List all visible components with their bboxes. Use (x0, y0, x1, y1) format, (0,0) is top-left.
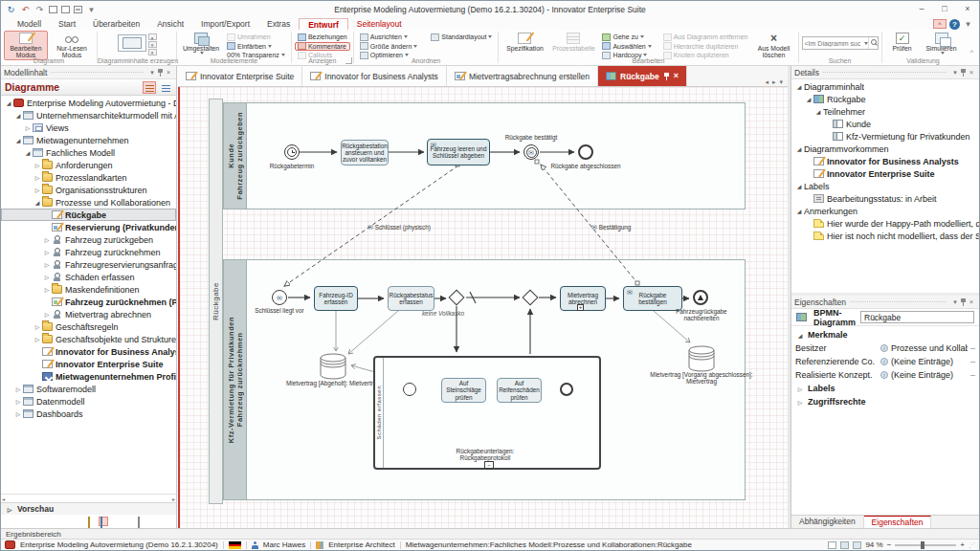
tree-item[interactable]: ▷Dashboards (1, 408, 176, 420)
sub-start-event[interactable] (403, 383, 416, 396)
zoom-in-icon[interactable]: + (960, 540, 965, 549)
task-steinschlaege[interactable]: Auf Steinschläge prüfen (441, 378, 486, 403)
collapse-icon[interactable]: ◢ (794, 183, 804, 189)
tree-item[interactable]: ▷Prozesslandkarten (1, 171, 176, 184)
task-rueckgabestatus[interactable]: Rückgabestatus erfassen (388, 286, 434, 311)
tree-item[interactable]: ▷Softwaremodell (1, 383, 176, 395)
expand-icon[interactable]: ▷ (42, 249, 52, 255)
ribbon-tab-ansicht[interactable]: Ansicht (148, 18, 192, 30)
redo-icon[interactable]: ↷ (34, 5, 45, 15)
task-reifenschaeden[interactable]: Auf Reifenschäden prüfen (497, 378, 542, 403)
tree-item[interactable]: ◢Unternehmensarchitekturmodell mit Archi… (1, 109, 176, 121)
user-browser-icon[interactable] (161, 517, 170, 526)
collapse-icon[interactable]: ◢ (804, 96, 813, 102)
ribbon-tab-start[interactable]: Start (50, 18, 84, 30)
ribbon-tab-extras[interactable]: Extras (258, 18, 299, 30)
tree-item[interactable]: ◢Rückgabe (791, 93, 979, 105)
expand-icon[interactable]: ▷ (33, 162, 42, 168)
tree-item[interactable]: ▷Fahrzeug zurücknehmen (1, 246, 176, 258)
tree-item[interactable]: ▷Schäden erfassen (1, 271, 176, 283)
zoom-out-icon[interactable]: − (887, 540, 892, 549)
spezifikation-button[interactable]: Spezifikation (501, 31, 547, 53)
tabs-scroll-right-icon[interactable]: ▸ (772, 78, 776, 86)
ribbon-minimize-icon[interactable]: ^ (970, 49, 979, 65)
language-flag-icon[interactable] (229, 541, 241, 549)
tree-item[interactable]: Bearbeitungsstatus: in Arbeit (791, 192, 979, 205)
collapse-icon[interactable]: ◢ (13, 112, 23, 119)
tree-item[interactable]: ▷Geschäftsregeln (1, 320, 176, 333)
expand-icon[interactable]: ▷ (42, 274, 52, 280)
doc-tab-rueckgabe[interactable]: Rückgabe × (598, 66, 687, 86)
more-button[interactable]: – (970, 370, 975, 380)
tree-item[interactable]: ▷Organisationsstrukturen (1, 184, 176, 196)
tree-item[interactable]: ▷Datenmodell (1, 395, 176, 408)
tree-item[interactable]: Innovator Enterprise Suite (791, 167, 979, 180)
resize-grip[interactable]: ⋰ (969, 541, 975, 549)
panel-close-icon[interactable]: × (967, 298, 976, 305)
tree-item[interactable]: Fahrzeug zurücknehmen (Prozesskostensich… (1, 296, 176, 308)
subprocess-plus-icon[interactable]: + (577, 304, 584, 311)
tree-item[interactable]: Kfz-Vermietung für Privatkunden (791, 130, 979, 143)
collapse-icon[interactable]: ◢ (794, 208, 804, 214)
pin-icon[interactable] (960, 68, 967, 77)
create-shape-button[interactable] (118, 34, 146, 52)
property-row[interactable]: Realisierte Konzept. i (Keine Einträge) … (791, 368, 979, 382)
pin-icon[interactable] (157, 68, 164, 77)
doc-tab-innovator-enterprise-suite[interactable]: Innovator Enterprise Suite (178, 66, 302, 86)
tree-item[interactable]: ▷Fahrzeugreservierungsanfrage (1, 258, 176, 271)
tree-item[interactable]: ◢Anmerkungen (791, 205, 979, 217)
tree-view-toggle-icon[interactable] (143, 81, 156, 94)
tab-pin-icon[interactable] (663, 72, 670, 80)
expand-icon[interactable]: ▷ (795, 386, 805, 392)
tree-item[interactable]: ◢Diagrammvorkommen (791, 143, 979, 155)
tabs-list-icon[interactable]: ▾ (779, 78, 783, 86)
scroll-right-icon[interactable]: ▸ (172, 496, 175, 502)
more-button[interactable]: – (970, 357, 975, 366)
tree-item[interactable]: ◢Diagramminhalt (791, 80, 979, 93)
property-row[interactable]: Besitzer i Prozesse und Kollaborationen … (791, 342, 979, 355)
elements-browser-icon[interactable] (111, 517, 121, 526)
end-event-rueckgabe-abgeschlossen[interactable] (578, 144, 593, 160)
hierarchie-duplizieren-button[interactable]: Hierarchie duplizieren (660, 42, 751, 52)
collapse-icon[interactable]: ◢ (23, 149, 33, 156)
aus-diagramm-entfernen-button[interactable]: Aus Diagramm entfernen (660, 33, 751, 42)
panel-menu-icon[interactable]: ▾ (147, 69, 157, 77)
diagrams-browser-icon[interactable] (99, 517, 108, 526)
expand-icon[interactable]: ▷ (33, 187, 42, 193)
prozesstabelle-button[interactable]: Prozesstabelle (549, 31, 597, 53)
panel-menu-icon[interactable]: ▾ (950, 69, 960, 77)
pin-icon[interactable] (960, 298, 967, 306)
maximize-button[interactable]: □ (933, 2, 956, 17)
copy-icon[interactable] (49, 6, 57, 13)
ribbon-tab-modell[interactable]: Modell (9, 18, 50, 30)
close-button[interactable]: × (956, 2, 979, 17)
search-icon[interactable] (868, 37, 878, 49)
tree-item[interactable]: ▷Mietvertrag abrechnen (1, 308, 176, 320)
diagram-canvas[interactable]: Rückgabe KundeFahrzeug zurückgeben Kfz-V… (178, 87, 788, 530)
task-fahrzeug-id[interactable]: Fahrzeug-ID erfassen (314, 286, 358, 311)
tab-eigenschaften[interactable]: Eigenschaften (864, 516, 932, 528)
dialog-launcher-icon[interactable] (345, 57, 352, 64)
task-mietvertrag-abrechnen[interactable]: Mietvertrag abrechnen + (560, 286, 606, 311)
expand-icon[interactable]: ▷ (33, 174, 42, 181)
start-event-timer[interactable] (284, 144, 300, 160)
collapse-icon[interactable]: ◢ (13, 137, 23, 143)
panel-menu-icon[interactable]: ▾ (950, 298, 960, 306)
list-view-toggle-icon[interactable] (159, 81, 172, 94)
ribbon-tab-ueberarbeiten[interactable]: Überarbeiten (84, 18, 148, 30)
tree-item[interactable]: ▷Maskendefinitionen (1, 283, 176, 296)
expand-icon[interactable]: ▷ (42, 286, 52, 293)
scroll-left-icon[interactable]: ◂ (2, 496, 5, 502)
help-icon[interactable]: ? (949, 19, 960, 30)
expand-icon[interactable]: ▷ (13, 386, 23, 392)
end-event-signal[interactable] (693, 290, 708, 305)
einfaerben-button[interactable]: Einfärben (224, 42, 288, 52)
tree-item[interactable]: Innovator for Business Analysts (1, 345, 176, 358)
print-icon[interactable] (74, 6, 82, 13)
sidebar-hscrollbar[interactable]: ◂ ▸ (1, 494, 176, 502)
fit-diagram-icon[interactable] (853, 541, 861, 549)
tree-item[interactable]: ▷Geschäftsobjekte und Strukturen (1, 333, 176, 345)
tree-item[interactable]: Rückgabe (1, 209, 176, 221)
tree-item[interactable]: Hier ist noch nicht modelliert, dass der… (791, 230, 979, 242)
panel-close-icon[interactable]: × (164, 69, 173, 76)
